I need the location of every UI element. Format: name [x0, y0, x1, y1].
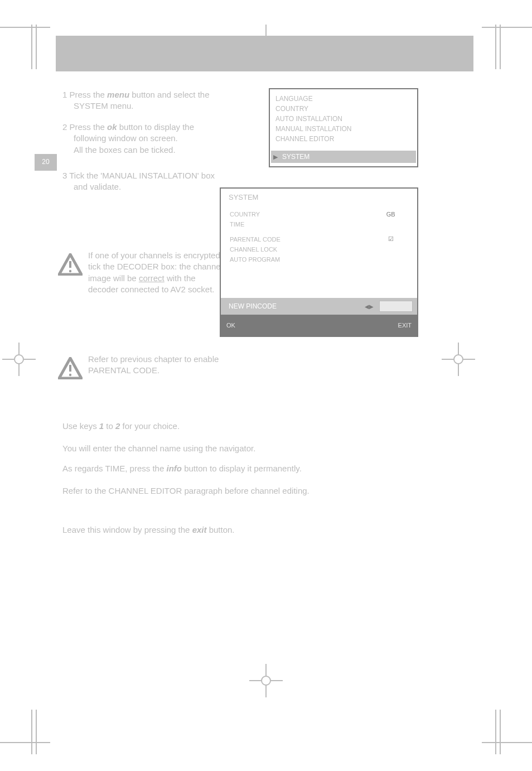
page-number: 20 [35, 154, 57, 166]
osd-row: COUNTRYGB [229, 209, 409, 219]
pincode-label: NEW PINCODE [221, 302, 359, 310]
crop-mark-bottom-left [0, 742, 50, 743]
warning-2-text: Refer to previous chapter to enable PARE… [88, 354, 255, 377]
instruction-channel-editor: Refer to the CHANNEL EDITOR paragraph be… [62, 485, 419, 497]
menu-item: COUNTRY [275, 104, 412, 114]
menu-highlight-row: ▶ SYSTEM [271, 151, 416, 163]
osd-row: AUTO PROGRAM [229, 254, 409, 264]
crop-mark-vert [31, 710, 32, 754]
menu-item: AUTO INSTALLATION [275, 114, 412, 124]
page-header-band [56, 36, 473, 71]
menu-item: CHANNEL EDITOR [275, 134, 412, 144]
step-2: 2 Press the ok button to display the fol… [62, 122, 252, 156]
osd-footer-ok: OK [226, 322, 235, 329]
pincode-field[interactable] [379, 301, 413, 312]
step-1: 1 Press the menu button and select the S… [62, 89, 252, 112]
osd-row: CHANNEL LOCK [229, 244, 409, 254]
crop-mark-bottom-right [482, 742, 532, 743]
svg-point-1 [69, 270, 71, 272]
crop-mark-vert [500, 710, 501, 754]
osd-menu-box: LANGUAGE COUNTRY AUTO INSTALLATION MANUA… [269, 88, 418, 167]
osd-footer-exit: EXIT [398, 322, 412, 329]
checkbox-checked-icon: ☑ [379, 234, 403, 244]
registration-mark [2, 343, 36, 376]
exit-keyword: exit [192, 525, 207, 534]
osd-row: TIME [229, 219, 409, 229]
warning-icon [58, 357, 83, 379]
osd-row: PARENTAL CODE☑ [229, 234, 409, 244]
crop-mark-vert [500, 25, 501, 69]
menu-item: MANUAL INSTALLATION [275, 124, 412, 134]
crop-mark-vert [31, 25, 32, 69]
registration-mark [442, 343, 475, 376]
osd-system-box: SYSTEM COUNTRYGB TIME PARENTAL CODE☑ CHA… [220, 187, 418, 337]
instruction-time: As regards TIME, press the info button t… [62, 463, 419, 474]
crop-mark-vert [36, 710, 37, 754]
osd-pincode-row: NEW PINCODE ◀▶ [221, 298, 417, 315]
instruction-navigator: You will enter the channel name using th… [62, 443, 419, 454]
crop-mark-top-left [0, 27, 50, 28]
osd-title: SYSTEM [229, 193, 409, 201]
osd-footer: OK EXIT [221, 315, 417, 336]
menu-highlight-label: SYSTEM [280, 153, 309, 161]
ok-keyword: ok [107, 122, 117, 132]
warning-icon [58, 253, 83, 276]
crop-mark-vert [36, 25, 37, 69]
left-right-arrows-icon: ◀▶ [359, 303, 379, 310]
crop-mark-vert [495, 25, 496, 69]
menu-keyword: menu [107, 90, 129, 99]
info-keyword: info [166, 464, 182, 473]
instruction-exit: Leave this window by pressing the exit b… [62, 524, 419, 536]
play-icon: ▶ [271, 153, 280, 161]
svg-point-3 [69, 374, 71, 376]
instruction-keys: Use keys 1 to 2 for your choice. [62, 421, 419, 432]
menu-item: LANGUAGE [275, 94, 412, 104]
page-number-tab: 20 [35, 154, 57, 171]
crop-mark-vert [495, 710, 496, 754]
registration-mark [249, 664, 283, 697]
crop-mark-top-right [482, 27, 532, 28]
